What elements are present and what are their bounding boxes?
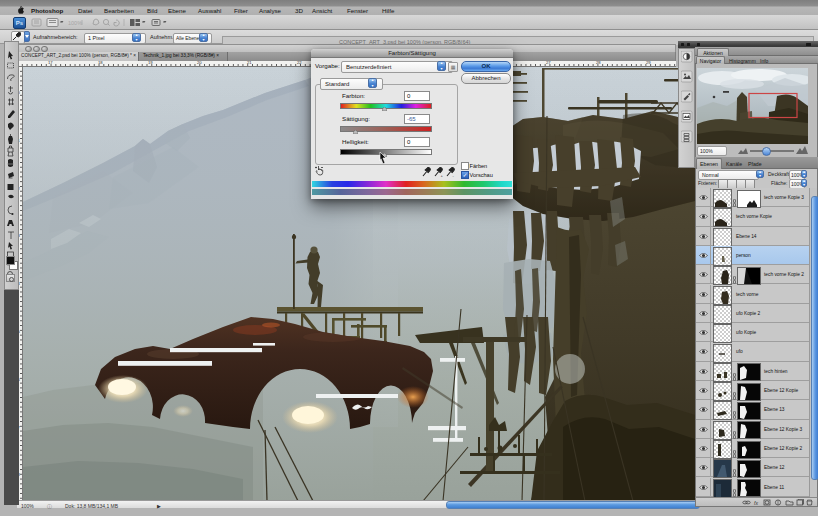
svg-text:-: -	[453, 173, 455, 178]
svg-text:+: +	[441, 173, 444, 178]
svg-text:fx: fx	[754, 500, 758, 506]
svg-text:100%: 100%	[68, 20, 82, 26]
